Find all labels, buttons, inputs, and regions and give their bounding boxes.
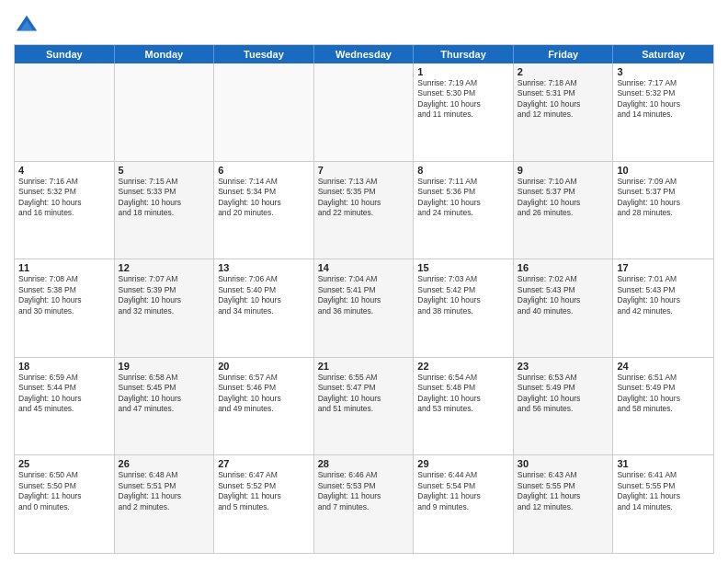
cal-cell: 1Sunrise: 7:19 AM Sunset: 5:30 PM Daylig… <box>414 63 514 161</box>
cell-info: Sunrise: 7:08 AM Sunset: 5:38 PM Dayligh… <box>18 274 110 316</box>
header-day-friday: Friday <box>514 45 614 63</box>
cal-cell <box>15 63 115 161</box>
day-number: 3 <box>617 66 710 77</box>
cal-cell: 6Sunrise: 7:14 AM Sunset: 5:34 PM Daylig… <box>214 162 314 259</box>
header-day-sunday: Sunday <box>15 45 115 63</box>
header-day-thursday: Thursday <box>414 45 514 63</box>
day-number: 28 <box>318 458 410 469</box>
cell-info: Sunrise: 7:04 AM Sunset: 5:41 PM Dayligh… <box>318 274 410 316</box>
cal-cell: 3Sunrise: 7:17 AM Sunset: 5:32 PM Daylig… <box>613 63 713 161</box>
cal-cell: 12Sunrise: 7:07 AM Sunset: 5:39 PM Dayli… <box>115 259 215 357</box>
cell-info: Sunrise: 7:13 AM Sunset: 5:35 PM Dayligh… <box>318 177 410 219</box>
day-number: 29 <box>417 458 509 469</box>
cal-cell: 8Sunrise: 7:11 AM Sunset: 5:36 PM Daylig… <box>414 162 514 259</box>
cal-cell: 26Sunrise: 6:48 AM Sunset: 5:51 PM Dayli… <box>115 455 215 553</box>
cal-cell: 31Sunrise: 6:41 AM Sunset: 5:55 PM Dayli… <box>613 455 713 553</box>
day-number: 7 <box>318 165 410 176</box>
cell-info: Sunrise: 6:50 AM Sunset: 5:50 PM Dayligh… <box>18 470 110 512</box>
header <box>14 9 714 39</box>
calendar: SundayMondayTuesdayWednesdayThursdayFrid… <box>14 44 714 554</box>
cell-info: Sunrise: 6:51 AM Sunset: 5:49 PM Dayligh… <box>617 373 710 415</box>
cell-info: Sunrise: 6:58 AM Sunset: 5:45 PM Dayligh… <box>119 373 210 415</box>
cal-row-0: 1Sunrise: 7:19 AM Sunset: 5:30 PM Daylig… <box>15 63 713 161</box>
day-number: 25 <box>18 458 110 469</box>
header-day-wednesday: Wednesday <box>314 45 415 63</box>
day-number: 27 <box>218 458 310 469</box>
cell-info: Sunrise: 7:18 AM Sunset: 5:31 PM Dayligh… <box>518 78 609 121</box>
day-number: 4 <box>18 165 110 176</box>
day-number: 14 <box>318 262 410 273</box>
cell-info: Sunrise: 6:47 AM Sunset: 5:52 PM Dayligh… <box>218 470 310 512</box>
cal-cell: 25Sunrise: 6:50 AM Sunset: 5:50 PM Dayli… <box>15 455 115 553</box>
day-number: 26 <box>119 458 210 469</box>
cal-row-4: 25Sunrise: 6:50 AM Sunset: 5:50 PM Dayli… <box>15 454 713 553</box>
cal-row-1: 4Sunrise: 7:16 AM Sunset: 5:32 PM Daylig… <box>15 161 713 259</box>
cal-cell <box>115 63 215 161</box>
cell-info: Sunrise: 6:55 AM Sunset: 5:47 PM Dayligh… <box>318 373 410 415</box>
cell-info: Sunrise: 6:43 AM Sunset: 5:55 PM Dayligh… <box>518 470 609 512</box>
day-number: 11 <box>18 262 110 273</box>
cal-cell: 14Sunrise: 7:04 AM Sunset: 5:41 PM Dayli… <box>314 259 415 357</box>
day-number: 20 <box>218 361 310 372</box>
cell-info: Sunrise: 7:03 AM Sunset: 5:42 PM Dayligh… <box>417 274 509 316</box>
cell-info: Sunrise: 7:17 AM Sunset: 5:32 PM Dayligh… <box>617 78 710 121</box>
cell-info: Sunrise: 6:41 AM Sunset: 5:55 PM Dayligh… <box>617 470 710 512</box>
cal-cell: 11Sunrise: 7:08 AM Sunset: 5:38 PM Dayli… <box>15 259 115 357</box>
cal-cell: 13Sunrise: 7:06 AM Sunset: 5:40 PM Dayli… <box>214 259 314 357</box>
cal-cell: 9Sunrise: 7:10 AM Sunset: 5:37 PM Daylig… <box>514 162 614 259</box>
cal-cell: 27Sunrise: 6:47 AM Sunset: 5:52 PM Dayli… <box>214 455 314 553</box>
cell-info: Sunrise: 7:15 AM Sunset: 5:33 PM Dayligh… <box>119 177 210 219</box>
header-day-tuesday: Tuesday <box>214 45 314 63</box>
cal-row-3: 18Sunrise: 6:59 AM Sunset: 5:44 PM Dayli… <box>15 357 713 455</box>
cell-info: Sunrise: 7:07 AM Sunset: 5:39 PM Dayligh… <box>119 274 210 316</box>
day-number: 31 <box>617 458 710 469</box>
logo <box>14 13 42 39</box>
cell-info: Sunrise: 6:44 AM Sunset: 5:54 PM Dayligh… <box>417 470 509 512</box>
cell-info: Sunrise: 6:54 AM Sunset: 5:48 PM Dayligh… <box>417 373 509 415</box>
day-number: 23 <box>518 361 609 372</box>
day-number: 21 <box>318 361 410 372</box>
day-number: 16 <box>518 262 609 273</box>
day-number: 22 <box>417 361 509 372</box>
day-number: 24 <box>617 361 710 372</box>
cal-row-2: 11Sunrise: 7:08 AM Sunset: 5:38 PM Dayli… <box>15 259 713 357</box>
cell-info: Sunrise: 7:14 AM Sunset: 5:34 PM Dayligh… <box>218 177 310 219</box>
cell-info: Sunrise: 6:48 AM Sunset: 5:51 PM Dayligh… <box>119 470 210 512</box>
cal-cell: 30Sunrise: 6:43 AM Sunset: 5:55 PM Dayli… <box>514 455 614 553</box>
cell-info: Sunrise: 7:10 AM Sunset: 5:37 PM Dayligh… <box>518 177 609 219</box>
cal-cell <box>314 63 415 161</box>
cal-cell: 17Sunrise: 7:01 AM Sunset: 5:43 PM Dayli… <box>613 259 713 357</box>
day-number: 6 <box>218 165 310 176</box>
cal-cell <box>214 63 314 161</box>
cal-cell: 15Sunrise: 7:03 AM Sunset: 5:42 PM Dayli… <box>414 259 514 357</box>
cell-info: Sunrise: 7:02 AM Sunset: 5:43 PM Dayligh… <box>518 274 609 316</box>
day-number: 15 <box>417 262 509 273</box>
day-number: 12 <box>119 262 210 273</box>
cal-cell: 22Sunrise: 6:54 AM Sunset: 5:48 PM Dayli… <box>414 358 514 455</box>
cell-info: Sunrise: 6:53 AM Sunset: 5:49 PM Dayligh… <box>518 373 609 415</box>
cell-info: Sunrise: 7:11 AM Sunset: 5:36 PM Dayligh… <box>417 177 509 219</box>
cell-info: Sunrise: 7:06 AM Sunset: 5:40 PM Dayligh… <box>218 274 310 316</box>
day-number: 13 <box>218 262 310 273</box>
cal-cell: 18Sunrise: 6:59 AM Sunset: 5:44 PM Dayli… <box>15 358 115 455</box>
header-day-saturday: Saturday <box>613 45 713 63</box>
cal-cell: 21Sunrise: 6:55 AM Sunset: 5:47 PM Dayli… <box>314 358 415 455</box>
cell-info: Sunrise: 6:46 AM Sunset: 5:53 PM Dayligh… <box>318 470 410 512</box>
page: SundayMondayTuesdayWednesdayThursdayFrid… <box>0 0 728 563</box>
day-number: 8 <box>417 165 509 176</box>
cal-cell: 2Sunrise: 7:18 AM Sunset: 5:31 PM Daylig… <box>514 63 614 161</box>
day-number: 19 <box>119 361 210 372</box>
cal-cell: 28Sunrise: 6:46 AM Sunset: 5:53 PM Dayli… <box>314 455 415 553</box>
cell-info: Sunrise: 6:59 AM Sunset: 5:44 PM Dayligh… <box>18 373 110 415</box>
cell-info: Sunrise: 6:57 AM Sunset: 5:46 PM Dayligh… <box>218 373 310 415</box>
day-number: 18 <box>18 361 110 372</box>
cal-cell: 7Sunrise: 7:13 AM Sunset: 5:35 PM Daylig… <box>314 162 415 259</box>
header-day-monday: Monday <box>115 45 215 63</box>
cal-cell: 5Sunrise: 7:15 AM Sunset: 5:33 PM Daylig… <box>115 162 215 259</box>
cal-cell: 23Sunrise: 6:53 AM Sunset: 5:49 PM Dayli… <box>514 358 614 455</box>
day-number: 2 <box>518 66 609 77</box>
cal-cell: 20Sunrise: 6:57 AM Sunset: 5:46 PM Dayli… <box>214 358 314 455</box>
cell-info: Sunrise: 7:19 AM Sunset: 5:30 PM Dayligh… <box>417 78 509 121</box>
day-number: 9 <box>518 165 609 176</box>
cal-cell: 29Sunrise: 6:44 AM Sunset: 5:54 PM Dayli… <box>414 455 514 553</box>
